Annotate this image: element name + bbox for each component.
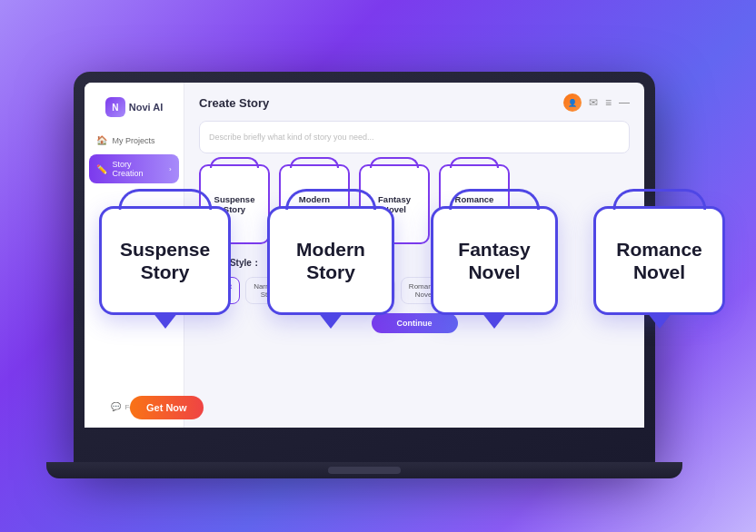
top-icons: 👤 ✉ ≡ — bbox=[563, 94, 630, 112]
style-chips-container: DefaultStyle NarrationStyle FantasyNovel… bbox=[199, 277, 630, 304]
story-card-fantasy[interactable]: Fantasy Novel bbox=[359, 164, 430, 244]
suspense-label: Suspense Story bbox=[214, 194, 255, 214]
chip-fantasy[interactable]: FantasyNovel bbox=[297, 277, 339, 304]
mail-icon[interactable]: ✉ bbox=[589, 96, 598, 109]
sidebar-item-my-projects[interactable]: 🏠 My Projects bbox=[89, 130, 178, 151]
my-projects-label: My Projects bbox=[112, 136, 154, 145]
chevron-right-icon: › bbox=[169, 165, 172, 173]
article-style-section-label: Article Style： bbox=[199, 257, 630, 270]
get-now-button[interactable]: Get Now bbox=[130, 396, 204, 419]
chip-narration[interactable]: NarrationStyle bbox=[245, 277, 292, 304]
laptop-screen: N Novi AI 🏠 My Projects ✏️ Story Creatio… bbox=[85, 83, 644, 428]
story-card-romance[interactable]: Romance Novel bbox=[439, 164, 510, 244]
modern-label: Modern Story bbox=[299, 194, 330, 214]
chip-suspense[interactable]: SuspenseStory bbox=[453, 277, 502, 304]
fantasy-label: Fantasy Novel bbox=[378, 194, 411, 214]
input-placeholder: Describe briefly what kind of story you … bbox=[209, 133, 374, 142]
main-content: Create Story 👤 ✉ ≡ — Describe briefly wh… bbox=[184, 83, 644, 428]
laptop-wrapper: N Novi AI 🏠 My Projects ✏️ Story Creatio… bbox=[74, 72, 682, 478]
chip-feelgood[interactable]: Feel GoodNovel bbox=[345, 277, 395, 304]
home-icon: 🏠 bbox=[96, 135, 107, 145]
logo-area: N Novi AI bbox=[98, 92, 171, 123]
story-card-suspense[interactable]: Suspense Story bbox=[199, 164, 270, 244]
logo-icon: N bbox=[105, 97, 125, 117]
feedback-icon: 💬 bbox=[111, 402, 121, 411]
story-card-modern[interactable]: Modern Story bbox=[279, 164, 350, 244]
top-bar: Create Story 👤 ✉ ≡ — bbox=[199, 94, 630, 112]
more-icon[interactable]: — bbox=[619, 96, 630, 109]
menu-icon[interactable]: ≡ bbox=[605, 96, 612, 109]
chip-modern[interactable]: Mode...Stor... bbox=[508, 277, 549, 304]
continue-button[interactable]: Continue bbox=[372, 313, 458, 333]
sidebar-item-story-creation[interactable]: ✏️ Story Creation › bbox=[89, 154, 178, 183]
logo-text: Novi AI bbox=[129, 102, 164, 113]
laptop-base bbox=[46, 462, 682, 478]
page-title: Create Story bbox=[199, 96, 269, 110]
sidebar: N Novi AI 🏠 My Projects ✏️ Story Creatio… bbox=[85, 83, 184, 428]
app-container: N Novi AI 🏠 My Projects ✏️ Story Creatio… bbox=[85, 83, 644, 428]
story-input-display[interactable]: Describe briefly what kind of story you … bbox=[199, 121, 630, 153]
chip-default[interactable]: DefaultStyle bbox=[199, 277, 240, 304]
story-creation-label: Story Creation bbox=[112, 160, 164, 178]
edit-icon: ✏️ bbox=[96, 164, 107, 174]
story-type-cards: Suspense Story Modern Story Fantasy Nove… bbox=[199, 164, 630, 244]
romance-label: Romance Novel bbox=[455, 194, 494, 214]
chip-romance[interactable]: RomanceNovel bbox=[401, 277, 448, 304]
avatar: 👤 bbox=[563, 94, 582, 112]
